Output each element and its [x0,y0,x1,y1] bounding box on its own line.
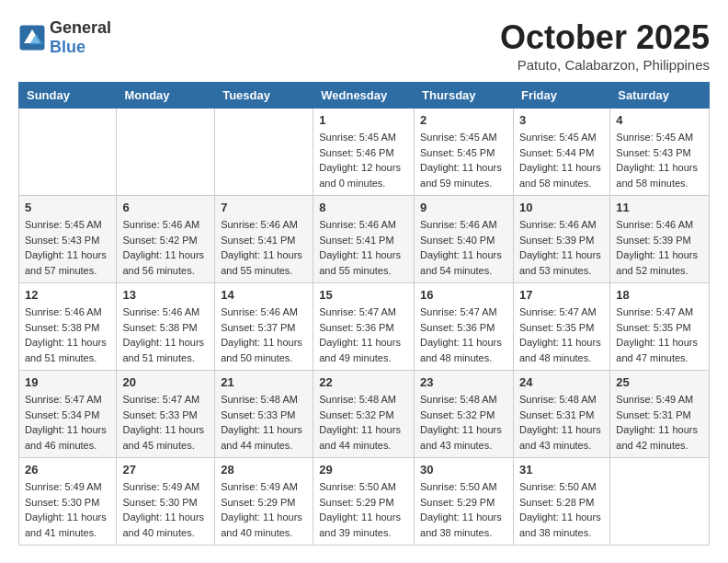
empty-cell [215,109,313,196]
day-cell-22: 22Sunrise: 5:48 AM Sunset: 5:32 PM Dayli… [313,371,415,458]
empty-cell [610,458,710,546]
day-cell-17: 17Sunrise: 5:47 AM Sunset: 5:35 PM Dayli… [513,283,609,371]
day-number: 26 [25,463,110,477]
weekday-header-friday: Friday [513,83,609,109]
weekday-header-monday: Monday [117,83,215,109]
day-info: Sunrise: 5:46 AM Sunset: 5:42 PM Dayligh… [122,217,209,278]
day-cell-10: 10Sunrise: 5:46 AM Sunset: 5:39 PM Dayli… [513,196,609,283]
day-cell-4: 4Sunrise: 5:45 AM Sunset: 5:43 PM Daylig… [610,109,710,196]
day-number: 29 [319,463,408,477]
weekday-header-saturday: Saturday [610,83,710,109]
month-title: October 2025 [500,18,710,57]
day-cell-1: 1Sunrise: 5:45 AM Sunset: 5:46 PM Daylig… [313,109,415,196]
day-number: 30 [420,463,507,477]
day-number: 2 [420,113,507,127]
weekday-header-wednesday: Wednesday [313,83,415,109]
day-info: Sunrise: 5:45 AM Sunset: 5:44 PM Dayligh… [519,130,604,190]
day-info: Sunrise: 5:46 AM Sunset: 5:37 PM Dayligh… [221,304,307,365]
day-cell-29: 29Sunrise: 5:50 AM Sunset: 5:29 PM Dayli… [313,458,415,546]
day-info: Sunrise: 5:46 AM Sunset: 5:39 PM Dayligh… [519,217,604,278]
day-number: 31 [519,463,604,477]
day-info: Sunrise: 5:50 AM Sunset: 5:28 PM Dayligh… [519,479,604,540]
day-cell-6: 6Sunrise: 5:46 AM Sunset: 5:42 PM Daylig… [117,196,215,283]
day-cell-24: 24Sunrise: 5:48 AM Sunset: 5:31 PM Dayli… [513,371,609,458]
week-row-5: 26Sunrise: 5:49 AM Sunset: 5:30 PM Dayli… [19,458,710,546]
day-info: Sunrise: 5:48 AM Sunset: 5:33 PM Dayligh… [221,392,307,453]
day-cell-25: 25Sunrise: 5:49 AM Sunset: 5:31 PM Dayli… [610,371,710,458]
day-info: Sunrise: 5:47 AM Sunset: 5:34 PM Dayligh… [25,392,110,453]
day-cell-14: 14Sunrise: 5:46 AM Sunset: 5:37 PM Dayli… [215,283,313,371]
day-number: 10 [519,201,604,214]
day-cell-2: 2Sunrise: 5:45 AM Sunset: 5:45 PM Daylig… [415,109,514,196]
day-number: 28 [221,463,307,477]
day-number: 9 [420,201,507,214]
day-number: 25 [616,375,703,389]
day-info: Sunrise: 5:47 AM Sunset: 5:36 PM Dayligh… [420,304,507,365]
day-info: Sunrise: 5:46 AM Sunset: 5:40 PM Dayligh… [420,217,507,278]
day-number: 13 [122,288,209,302]
day-cell-12: 12Sunrise: 5:46 AM Sunset: 5:38 PM Dayli… [19,283,117,371]
day-cell-26: 26Sunrise: 5:49 AM Sunset: 5:30 PM Dayli… [19,458,117,546]
day-cell-19: 19Sunrise: 5:47 AM Sunset: 5:34 PM Dayli… [19,371,117,458]
day-number: 27 [122,463,209,477]
day-info: Sunrise: 5:49 AM Sunset: 5:31 PM Dayligh… [616,392,703,453]
day-cell-5: 5Sunrise: 5:45 AM Sunset: 5:43 PM Daylig… [19,196,117,283]
empty-cell [19,109,117,196]
day-cell-23: 23Sunrise: 5:48 AM Sunset: 5:32 PM Dayli… [415,371,514,458]
day-number: 15 [319,288,408,302]
day-cell-20: 20Sunrise: 5:47 AM Sunset: 5:33 PM Dayli… [117,371,215,458]
day-info: Sunrise: 5:48 AM Sunset: 5:32 PM Dayligh… [420,392,507,453]
day-info: Sunrise: 5:46 AM Sunset: 5:41 PM Dayligh… [221,217,307,278]
calendar-table: SundayMondayTuesdayWednesdayThursdayFrid… [18,82,710,546]
day-info: Sunrise: 5:47 AM Sunset: 5:33 PM Dayligh… [122,392,209,453]
day-info: Sunrise: 5:49 AM Sunset: 5:30 PM Dayligh… [25,479,110,540]
day-info: Sunrise: 5:47 AM Sunset: 5:35 PM Dayligh… [519,304,604,365]
day-cell-15: 15Sunrise: 5:47 AM Sunset: 5:36 PM Dayli… [313,283,415,371]
weekday-header-row: SundayMondayTuesdayWednesdayThursdayFrid… [19,83,710,109]
day-info: Sunrise: 5:49 AM Sunset: 5:30 PM Dayligh… [122,479,209,540]
day-info: Sunrise: 5:48 AM Sunset: 5:32 PM Dayligh… [319,392,408,453]
week-row-2: 5Sunrise: 5:45 AM Sunset: 5:43 PM Daylig… [19,196,710,283]
logo-icon [18,24,46,52]
day-cell-8: 8Sunrise: 5:46 AM Sunset: 5:41 PM Daylig… [313,196,415,283]
day-info: Sunrise: 5:50 AM Sunset: 5:29 PM Dayligh… [319,479,408,540]
day-number: 21 [221,375,307,389]
day-info: Sunrise: 5:47 AM Sunset: 5:36 PM Dayligh… [319,304,408,365]
day-info: Sunrise: 5:45 AM Sunset: 5:46 PM Dayligh… [319,130,408,190]
day-number: 23 [420,375,507,389]
day-number: 4 [616,113,703,127]
day-number: 19 [25,375,110,389]
day-number: 22 [319,375,408,389]
day-info: Sunrise: 5:45 AM Sunset: 5:43 PM Dayligh… [25,217,110,278]
day-number: 14 [221,288,307,302]
week-row-4: 19Sunrise: 5:47 AM Sunset: 5:34 PM Dayli… [19,371,710,458]
day-info: Sunrise: 5:46 AM Sunset: 5:39 PM Dayligh… [616,217,703,278]
day-info: Sunrise: 5:50 AM Sunset: 5:29 PM Dayligh… [420,479,507,540]
day-cell-7: 7Sunrise: 5:46 AM Sunset: 5:41 PM Daylig… [215,196,313,283]
day-info: Sunrise: 5:46 AM Sunset: 5:41 PM Dayligh… [319,217,408,278]
day-number: 17 [519,288,604,302]
day-number: 16 [420,288,507,302]
logo: General Blue [18,18,111,57]
day-number: 7 [221,201,307,214]
day-cell-16: 16Sunrise: 5:47 AM Sunset: 5:36 PM Dayli… [415,283,514,371]
day-cell-30: 30Sunrise: 5:50 AM Sunset: 5:29 PM Dayli… [415,458,514,546]
logo-text-block: General Blue [50,18,111,57]
day-info: Sunrise: 5:46 AM Sunset: 5:38 PM Dayligh… [122,304,209,365]
day-number: 24 [519,375,604,389]
day-number: 20 [122,375,209,389]
day-cell-31: 31Sunrise: 5:50 AM Sunset: 5:28 PM Dayli… [513,458,609,546]
day-cell-13: 13Sunrise: 5:46 AM Sunset: 5:38 PM Dayli… [117,283,215,371]
weekday-header-thursday: Thursday [415,83,514,109]
day-cell-27: 27Sunrise: 5:49 AM Sunset: 5:30 PM Dayli… [117,458,215,546]
day-info: Sunrise: 5:45 AM Sunset: 5:43 PM Dayligh… [616,130,703,190]
day-number: 18 [616,288,703,302]
day-number: 8 [319,201,408,214]
day-info: Sunrise: 5:48 AM Sunset: 5:31 PM Dayligh… [519,392,604,453]
day-cell-21: 21Sunrise: 5:48 AM Sunset: 5:33 PM Dayli… [215,371,313,458]
day-number: 6 [122,201,209,214]
day-number: 1 [319,113,408,127]
day-number: 11 [616,201,703,214]
day-cell-28: 28Sunrise: 5:49 AM Sunset: 5:29 PM Dayli… [215,458,313,546]
day-cell-9: 9Sunrise: 5:46 AM Sunset: 5:40 PM Daylig… [415,196,514,283]
